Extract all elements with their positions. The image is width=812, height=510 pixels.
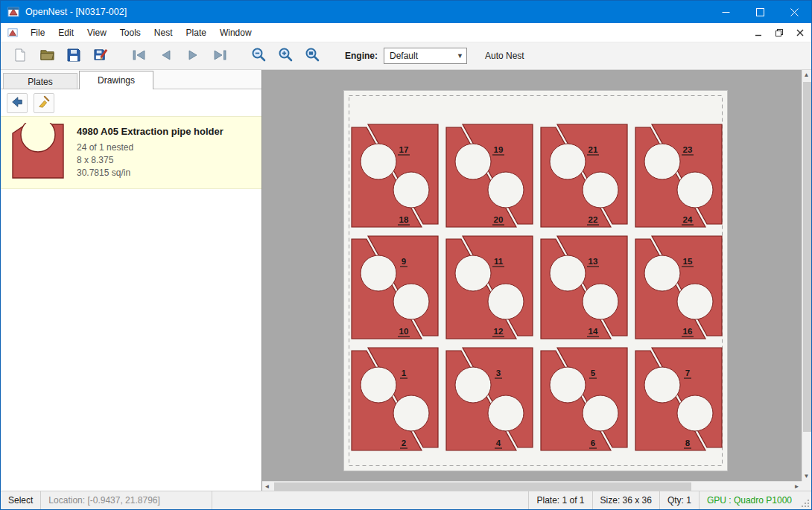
zoom-in-icon (278, 47, 294, 65)
first-arrow-icon (131, 48, 148, 64)
engine-select[interactable]: Default ▼ (384, 48, 467, 64)
blue-arrow-left-icon (10, 95, 24, 111)
statusbar: Select Location: [-0.9437, 21.8796] Plat… (1, 491, 811, 509)
vertical-scrollbar[interactable]: ▲ ▼ (802, 70, 811, 481)
part-notch (677, 172, 713, 208)
menu-plate[interactable]: Plate (180, 23, 213, 42)
mdi-minimize-button[interactable] (752, 26, 765, 39)
part-notch (583, 395, 618, 431)
part-notch (361, 255, 396, 291)
previous-plate-button[interactable] (153, 45, 180, 67)
part-number: 10 (399, 327, 409, 336)
part-notch (677, 395, 713, 431)
tab-plates[interactable]: Plates (3, 73, 77, 89)
vertical-scroll-thumb[interactable] (803, 82, 811, 432)
save-as-button[interactable] (87, 45, 114, 67)
part-pair: 910 (352, 236, 438, 339)
zoom-fit-button[interactable] (299, 45, 326, 67)
part-number: 9 (402, 257, 406, 266)
part-number: 2 (402, 439, 406, 447)
horizontal-scrollbar[interactable]: ◄ ► (262, 481, 802, 491)
part-pair: 56 (541, 348, 627, 450)
part-pair: 78 (635, 348, 722, 450)
mdi-controls (752, 26, 811, 39)
zoom-out-button[interactable] (245, 45, 272, 67)
drawing-nested-count: 24 of 1 nested (77, 141, 223, 154)
part-number: 16 (683, 327, 693, 336)
new-button[interactable] (7, 45, 34, 67)
part-pair: 1314 (541, 236, 627, 339)
part-notch (677, 284, 713, 319)
drawings-toolbar (1, 89, 261, 116)
part-number: 22 (589, 215, 598, 224)
last-plate-button[interactable] (206, 45, 233, 67)
part-number: 5 (591, 369, 596, 377)
menu-view[interactable]: View (80, 23, 113, 42)
plate[interactable]: 171819202122232491011121314151612345678 (344, 91, 727, 471)
part-number: 14 (589, 327, 598, 336)
status-right-group: Plate: 1 of 1 Size: 36 x 36 Qty: 1 GPU :… (528, 491, 811, 509)
scroll-up-icon[interactable]: ▲ (802, 70, 811, 80)
nest-canvas[interactable]: 171819202122232491011121314151612345678 … (262, 70, 811, 491)
status-plate: Plate: 1 of 1 (528, 491, 591, 509)
window-title: OpenNest - [N0317-002] (25, 7, 127, 17)
maximize-button[interactable] (743, 1, 777, 23)
menu-window[interactable]: Window (213, 23, 258, 42)
part-notch (361, 367, 396, 403)
part-pair: 1920 (446, 124, 533, 227)
menu-nest[interactable]: Nest (148, 23, 180, 42)
open-button[interactable] (34, 45, 60, 67)
drawing-list-item[interactable]: 4980 A05 Extraction pipe holder 24 of 1 … (1, 116, 261, 189)
part-number: 13 (589, 257, 598, 266)
zoom-in-button[interactable] (272, 45, 299, 67)
auto-nest-button[interactable]: Auto Nest (480, 48, 529, 63)
horizontal-scroll-thumb[interactable] (274, 482, 691, 491)
menu-tools[interactable]: Tools (113, 23, 148, 42)
next-plate-button[interactable] (180, 45, 206, 67)
part-number: 8 (685, 439, 691, 447)
part-number: 19 (494, 145, 504, 154)
scroll-down-icon[interactable]: ▼ (802, 471, 811, 481)
menu-file[interactable]: File (24, 23, 51, 42)
mdi-close-button[interactable] (793, 26, 807, 39)
part-number: 3 (496, 369, 501, 377)
broom-icon (37, 95, 51, 111)
part-pair: 2324 (635, 124, 722, 227)
scroll-right-icon[interactable]: ► (792, 482, 802, 491)
mdi-restore-button[interactable] (773, 26, 786, 39)
menu-edit[interactable]: Edit (51, 23, 80, 42)
save-icon (66, 48, 81, 65)
part-notch (488, 284, 524, 319)
part-notch (393, 284, 429, 319)
status-qty: Qty: 1 (659, 491, 699, 509)
part-notch (393, 172, 429, 208)
clear-drawings-button[interactable] (34, 93, 54, 113)
part-notch (644, 255, 680, 291)
drawings-panel: 4980 A05 Extraction pipe holder 24 of 1 … (1, 89, 261, 491)
part-number: 15 (683, 257, 693, 266)
tab-drawings[interactable]: Drawings (79, 71, 153, 89)
part-notch (583, 284, 618, 319)
part-pair: 34 (446, 348, 533, 450)
part-pair: 1112 (446, 236, 533, 339)
document-icon (7, 27, 19, 39)
part-pair: 1516 (635, 236, 722, 339)
resize-grip-icon[interactable] (799, 491, 811, 509)
part-number: 18 (399, 215, 409, 224)
scroll-left-icon[interactable]: ◄ (262, 482, 272, 491)
close-button[interactable] (777, 1, 811, 23)
save-button[interactable] (60, 45, 87, 67)
part-number: 17 (399, 145, 409, 154)
part-number: 7 (685, 369, 690, 377)
part-notch (393, 395, 429, 431)
part-number: 6 (591, 439, 595, 447)
engine-value: Default (390, 51, 418, 61)
part-number: 4 (496, 439, 501, 447)
chevron-down-icon: ▼ (457, 52, 463, 60)
part-notch (583, 172, 618, 208)
minimize-button[interactable] (708, 1, 743, 23)
send-to-plate-button[interactable] (7, 93, 28, 113)
part-notch (550, 144, 586, 179)
first-plate-button[interactable] (126, 45, 153, 67)
app-icon (7, 5, 20, 19)
